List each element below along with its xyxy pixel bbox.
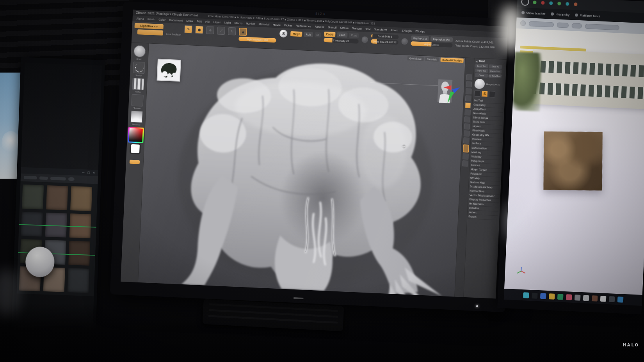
tool-action-button[interactable]: Clone (475, 73, 488, 77)
stroke-selector[interactable] (133, 62, 145, 74)
replay-last-button[interactable]: ReplayLast (411, 35, 429, 41)
taskbar-icon[interactable] (523, 292, 529, 298)
menu-item[interactable]: Render (315, 25, 324, 28)
tool-action-button[interactable]: Paste Tool (489, 69, 502, 73)
image-thumbnail[interactable] (46, 185, 68, 210)
live-boolean-label[interactable]: Live Boolean (166, 33, 181, 36)
tutorials-button[interactable]: Tutorials (425, 57, 439, 62)
pill-button[interactable] (572, 23, 582, 28)
image-thumbnail[interactable] (22, 185, 44, 209)
move-view-icon[interactable] (462, 160, 468, 167)
taskbar-icon[interactable] (600, 296, 606, 302)
rgb-toggle[interactable]: Rgb (304, 32, 313, 37)
taskbar-icon[interactable] (608, 296, 615, 302)
document-thumbnail[interactable] (157, 59, 181, 82)
menu-item[interactable]: Texture (352, 27, 362, 30)
edit-button[interactable]: ✎ (185, 25, 193, 34)
mrgb-toggle[interactable]: Mrgb (290, 31, 302, 37)
menu-item[interactable]: Macro (234, 21, 242, 25)
recent-tool-thumb[interactable] (489, 91, 495, 98)
actual-size-icon[interactable] (465, 95, 471, 101)
menu-item[interactable]: Layer (213, 20, 221, 24)
menu-item[interactable]: Picker (284, 24, 292, 27)
taskbar-icon[interactable] (548, 293, 555, 300)
draw-button[interactable]: ● (195, 26, 203, 34)
local-sym-icon[interactable] (464, 116, 470, 122)
scale-button[interactable]: ⤢ (217, 27, 225, 35)
tool-action-button[interactable]: Make PolyMesh3D (489, 74, 502, 78)
avatar[interactable] (521, 0, 529, 6)
projection-master-button[interactable] (137, 29, 164, 35)
taskbar-icon[interactable] (531, 293, 537, 299)
texture-selector[interactable] (131, 94, 143, 106)
alpha-selector[interactable] (132, 78, 144, 90)
menu-item[interactable]: Stencil (327, 26, 336, 29)
material-selector[interactable] (131, 111, 143, 123)
frame-icon[interactable] (463, 153, 469, 160)
adjust-last-slider[interactable]: AdjustLast 1 (411, 41, 452, 48)
image-thumbnail[interactable] (68, 241, 90, 266)
rgb-intensity-slider[interactable]: Rgb Intensity 100 (239, 37, 276, 43)
taskbar-icon[interactable] (557, 294, 563, 300)
taskbar-icon[interactable] (617, 296, 623, 303)
menu-item[interactable]: Color (158, 18, 165, 21)
menu-item[interactable]: ZScript (415, 30, 425, 33)
floor-grid-icon[interactable] (464, 109, 471, 115)
bpr-render-icon[interactable] (466, 74, 472, 80)
image-thumbnail[interactable] (68, 268, 89, 293)
recent-tool-thumb[interactable] (474, 90, 480, 97)
menu-item[interactable]: Transform (374, 28, 387, 32)
image-thumbnail[interactable] (70, 186, 92, 211)
menu-item[interactable]: File (205, 20, 210, 24)
toolbar-pill[interactable] (24, 176, 37, 179)
taskbar-icon[interactable] (591, 295, 598, 302)
toolbar-button[interactable]: Show tracker (521, 11, 545, 16)
draw-size-slider[interactable]: Draw Size 21.62277 (371, 39, 398, 44)
zsub-toggle[interactable]: Zsub (337, 32, 347, 37)
sculptris-sphere-icon[interactable]: S (279, 30, 288, 38)
lightbox-button[interactable]: LightBox>> (135, 23, 164, 29)
toolbar-button[interactable]: Platform tools (575, 13, 600, 18)
menu-item[interactable]: Marker (246, 22, 255, 25)
current-tool-thumbnail[interactable] (474, 78, 485, 89)
rock-texture-card[interactable] (543, 131, 603, 191)
pill-button[interactable] (585, 23, 619, 30)
taskbar-icon[interactable] (540, 293, 546, 299)
zoom-icon[interactable] (465, 88, 471, 94)
brush-selector[interactable] (133, 45, 146, 57)
color-swatch[interactable] (131, 144, 140, 153)
menu-item[interactable]: Alpha (136, 17, 144, 20)
solo-icon[interactable] (463, 137, 469, 144)
window-control-button[interactable]: — (82, 171, 85, 174)
toolbar-pill[interactable] (39, 176, 48, 180)
menu-item[interactable]: Preferences (295, 24, 311, 28)
toolbar-button[interactable]: Hierarchy (551, 12, 570, 16)
quicksave-button[interactable]: QuickSave (407, 56, 423, 61)
rotate-button[interactable]: ↻ (228, 27, 236, 35)
tool-action-button[interactable]: Load Tool (475, 64, 488, 68)
taskbar-icon[interactable] (583, 295, 589, 301)
recent-tool-thumb[interactable]: S (481, 90, 488, 97)
scroll-icon[interactable] (466, 81, 472, 87)
menu-item[interactable]: Movie (273, 23, 281, 27)
transp-icon[interactable] (464, 123, 470, 130)
menu-item[interactable]: Stroke (340, 26, 349, 30)
tool-action-button[interactable]: Save As (489, 64, 502, 69)
zcut-toggle[interactable]: Zcut (349, 33, 359, 38)
menu-item[interactable]: Document (169, 18, 183, 22)
menu-item[interactable]: Tool (365, 27, 371, 31)
menu-item[interactable]: Draw (186, 19, 193, 23)
move-button[interactable]: ✥ (206, 26, 214, 34)
toolbar-pill[interactable] (50, 177, 66, 180)
window-control-button[interactable]: ✕ (93, 171, 95, 174)
material-preview-icon[interactable] (463, 144, 469, 153)
menu-item[interactable]: Light (224, 21, 231, 25)
tool-action-button[interactable]: Copy Tool (475, 68, 488, 73)
pill-button[interactable] (529, 21, 554, 27)
axis-gizmo[interactable] (442, 83, 461, 105)
ghost-icon[interactable] (463, 130, 470, 137)
menu-item[interactable]: Material (258, 23, 269, 26)
m-toggle[interactable]: M (315, 32, 321, 38)
toolbar-icon[interactable] (68, 177, 75, 181)
focal-shift-slider[interactable]: Focal Shift 0 (371, 34, 398, 39)
